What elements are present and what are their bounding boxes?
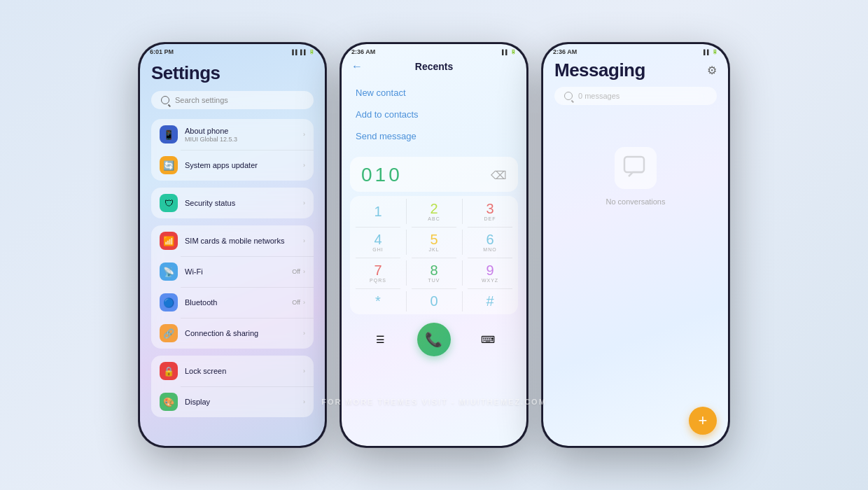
call-button[interactable]: 📞 (417, 323, 451, 356)
status-bar-1: 6:01 PM ▌▌ ▌▌ 🔋 (140, 44, 325, 57)
status-icons-3: ▌▌ 🔋 (704, 49, 718, 55)
contacts-btn[interactable]: ☰ (368, 327, 393, 352)
display-chevron: › (303, 398, 305, 405)
empty-bubble-icon (615, 147, 657, 189)
sim-label: SIM cards & mobile networks (185, 237, 296, 245)
key-num-3: 3 (486, 202, 493, 216)
settings-item-display[interactable]: 🎨 Display › (151, 386, 314, 417)
display-icon: 🎨 (160, 393, 178, 411)
bluetooth-label: Bluetooth (185, 298, 285, 307)
phones-container: 6:01 PM ▌▌ ▌▌ 🔋 Settings Search settings (138, 42, 730, 448)
about-chevron: › (303, 131, 305, 138)
connection-label: Connection & sharing (185, 329, 296, 337)
messaging-header: Messaging ⚙ (543, 57, 728, 87)
status-bar-2: 2:36 AM ▌▌ 🔋 (342, 44, 526, 57)
key-letters-2: ABC (428, 216, 440, 221)
security-icon: 🛡 (160, 194, 178, 212)
bluetooth-icon: 🔵 (160, 293, 178, 312)
compose-fab-button[interactable]: + (689, 407, 717, 435)
dial-key-4[interactable]: 4 GHI (350, 227, 406, 258)
key-num-4: 4 (374, 232, 382, 246)
back-button[interactable]: ← (351, 60, 363, 73)
dial-key-9[interactable]: 9 WXYZ (462, 258, 518, 288)
status-icons-1: ▌▌ ▌▌ 🔋 (292, 49, 315, 55)
dialpad-btn[interactable]: ⌨ (475, 327, 500, 352)
connection-chevron: › (303, 330, 305, 337)
settings-group-3: 📶 SIM cards & mobile networks › 📡 Wi-Fi … (151, 225, 314, 349)
dial-key-hash[interactable]: # (462, 288, 518, 314)
key-num-2: 2 (430, 202, 438, 216)
search-bar[interactable]: Search settings (151, 91, 314, 109)
backspace-button[interactable]: ⌫ (491, 169, 507, 182)
dial-key-8[interactable]: 8 TUV (406, 258, 462, 288)
dial-key-5[interactable]: 5 JKL (406, 227, 462, 258)
dial-key-6[interactable]: 6 MNO (462, 227, 518, 258)
wifi-chevron: › (303, 268, 305, 275)
settings-item-connection[interactable]: 🔗 Connection & sharing › (151, 318, 314, 349)
key-letters-6: MNO (483, 247, 496, 252)
status-bar-3: 2:36 AM ▌▌ 🔋 (543, 44, 728, 57)
settings-phone: 6:01 PM ▌▌ ▌▌ 🔋 Settings Search settings (138, 42, 327, 448)
settings-item-updater[interactable]: 🔄 System apps updater › (151, 150, 314, 181)
settings-content: Settings Search settings 📱 About phone M… (140, 57, 325, 439)
new-contact-btn[interactable]: New contact (356, 82, 512, 104)
add-to-contacts-btn[interactable]: Add to contacts (356, 104, 512, 125)
recents-phone: 2:36 AM ▌▌ 🔋 ← Recents New contact Add t… (340, 42, 528, 448)
key-letters-8: TUV (428, 278, 440, 283)
recents-title: Recents (415, 61, 453, 72)
key-num-7: 7 (374, 263, 382, 277)
battery-icon-3: 🔋 (712, 49, 718, 55)
key-num-1: 1 (374, 204, 382, 218)
messaging-search-bar[interactable]: 0 messages (554, 87, 717, 105)
dial-key-7[interactable]: 7 PQRS (350, 258, 406, 288)
messaging-title: Messaging (554, 59, 645, 81)
bluetooth-status: Off (292, 299, 300, 306)
wifi-status: Off (292, 268, 300, 275)
settings-group-4: 🔒 Lock screen › 🎨 Display › (151, 356, 314, 417)
dial-key-star[interactable]: * (350, 288, 406, 314)
display-label: Display (185, 398, 296, 406)
settings-item-about[interactable]: 📱 About phone MIUI Global 12.5.3 › (151, 119, 314, 150)
key-letters-5: JKL (428, 247, 439, 252)
about-label: About phone (185, 127, 296, 135)
dial-display: 010 ⌫ (350, 157, 518, 192)
settings-item-security[interactable]: 🛡 Security status › (151, 188, 314, 218)
empty-state: No conversations (543, 119, 728, 234)
security-label: Security status (185, 199, 296, 207)
updater-icon: 🔄 (160, 156, 178, 174)
dial-key-2[interactable]: 2 ABC (406, 196, 462, 227)
settings-title: Settings (151, 62, 314, 84)
dialpad-bottom: ☰ 📞 ⌨ (342, 318, 526, 362)
battery-icon-2: 🔋 (510, 49, 517, 55)
key-num-star: * (375, 294, 381, 308)
signal-icon-3: ▌▌ (704, 50, 710, 55)
no-conversations-label: No conversations (606, 197, 666, 206)
settings-item-wifi[interactable]: 📡 Wi-Fi Off › (151, 256, 314, 287)
send-message-btn[interactable]: Send message (356, 125, 512, 147)
settings-item-sim[interactable]: 📶 SIM cards & mobile networks › (151, 225, 314, 256)
security-chevron: › (303, 200, 305, 206)
updater-chevron: › (303, 162, 305, 169)
search-icon (161, 96, 169, 104)
sim-icon: 📶 (160, 232, 178, 250)
settings-item-bluetooth[interactable]: 🔵 Bluetooth Off › (151, 287, 314, 318)
dial-key-0[interactable]: 0 (406, 288, 462, 314)
messaging-search-placeholder: 0 messages (578, 92, 620, 100)
lockscreen-chevron: › (303, 368, 305, 374)
search-text: Search settings (175, 96, 228, 104)
key-num-9: 9 (486, 263, 493, 277)
key-num-5: 5 (430, 232, 438, 246)
bluetooth-chevron: › (303, 299, 305, 306)
key-num-0: 0 (430, 294, 438, 308)
updater-label: System apps updater (185, 161, 296, 169)
key-letters-7: PQRS (370, 278, 386, 283)
status-time-2: 2:36 AM (351, 48, 375, 55)
key-letters-4: GHI (372, 247, 383, 252)
dial-key-3[interactable]: 3 DEF (462, 196, 518, 227)
sim-chevron: › (303, 237, 305, 244)
dial-key-1[interactable]: 1 (350, 196, 406, 227)
settings-item-lockscreen[interactable]: 🔒 Lock screen › (151, 356, 314, 386)
settings-gear-icon[interactable]: ⚙ (707, 64, 717, 77)
key-num-hash: # (486, 294, 493, 308)
signal-icon: ▌▌ (292, 50, 299, 55)
